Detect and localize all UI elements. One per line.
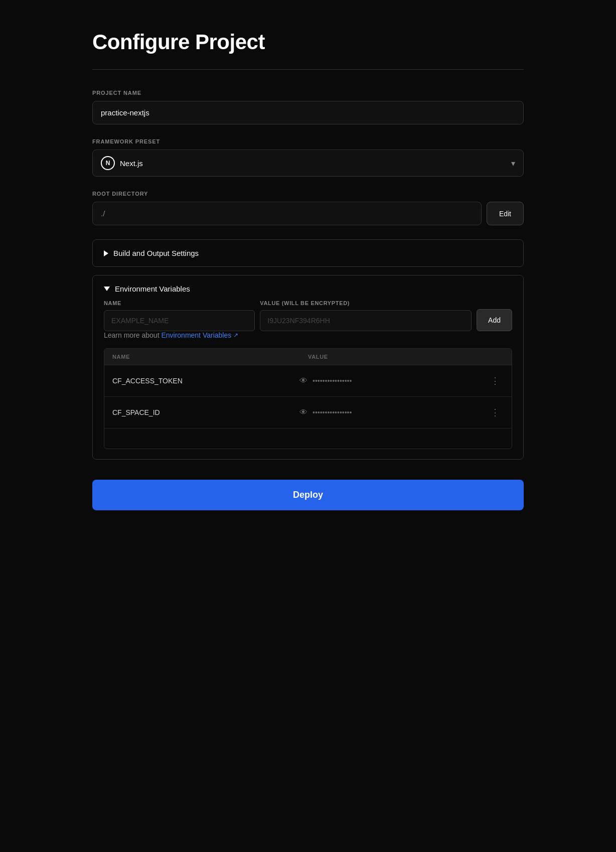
eye-icon[interactable]: 👁 xyxy=(299,408,307,417)
expand-triangle-icon xyxy=(104,287,110,291)
learn-more-text: Learn more about Environment Variables↗ xyxy=(104,331,512,339)
nextjs-icon: N xyxy=(101,156,115,170)
table-row: CF_SPACE_ID 👁 •••••••••••••••• ⋮ xyxy=(104,397,512,429)
chevron-down-icon: ▾ xyxy=(511,159,515,168)
env-name-col-label: NAME xyxy=(104,300,255,306)
build-settings-header[interactable]: Build and Output Settings xyxy=(93,240,523,266)
external-link-icon: ↗ xyxy=(233,332,238,339)
env-value-col-label: VALUE (WILL BE ENCRYPTED) xyxy=(260,300,472,306)
build-settings-label: Build and Output Settings xyxy=(113,249,199,257)
deploy-button[interactable]: Deploy xyxy=(92,480,524,510)
env-name-col: NAME xyxy=(104,300,255,331)
table-row: CF_ACCESS_TOKEN 👁 •••••••••••••••• ⋮ xyxy=(104,365,512,397)
build-settings-section: Build and Output Settings xyxy=(92,239,524,267)
row-menu-button-cf-space-id[interactable]: ⋮ xyxy=(487,405,504,420)
env-variables-content: NAME VALUE (WILL BE ENCRYPTED) Add Learn… xyxy=(93,300,523,454)
env-variables-header[interactable]: Environment Variables xyxy=(93,275,523,300)
framework-name: Next.js xyxy=(120,159,143,168)
env-variables-learn-more-link[interactable]: Environment Variables↗ xyxy=(161,331,238,339)
env-var-name-cf-access-token: CF_ACCESS_TOKEN xyxy=(112,377,299,385)
collapse-triangle-icon xyxy=(104,250,108,256)
root-directory-field: ROOT DIRECTORY Edit xyxy=(92,191,524,225)
env-variables-table: NAME VALUE CF_ACCESS_TOKEN 👁 •••••••••••… xyxy=(104,348,512,449)
env-var-value-cf-access-token: 👁 •••••••••••••••• xyxy=(299,376,487,385)
project-name-field: PROJECT NAME xyxy=(92,90,524,124)
eye-icon[interactable]: 👁 xyxy=(299,376,307,385)
env-variables-label: Environment Variables xyxy=(115,285,190,293)
project-name-label: PROJECT NAME xyxy=(92,90,524,96)
title-divider xyxy=(92,69,524,70)
env-value-input[interactable] xyxy=(260,310,472,331)
env-var-value-cf-space-id: 👁 •••••••••••••••• xyxy=(299,408,487,417)
env-value-col: VALUE (WILL BE ENCRYPTED) xyxy=(260,300,472,331)
root-directory-input[interactable] xyxy=(92,202,482,225)
edit-root-directory-button[interactable]: Edit xyxy=(487,202,524,225)
framework-preset-label: FRAMEWORK PRESET xyxy=(92,138,524,145)
page-title: Configure Project xyxy=(92,30,524,54)
env-input-section: NAME VALUE (WILL BE ENCRYPTED) Add xyxy=(104,300,512,331)
env-table-value-header: VALUE xyxy=(308,354,504,360)
add-env-variable-button[interactable]: Add xyxy=(477,309,512,331)
empty-table-row xyxy=(104,429,512,449)
project-name-input[interactable] xyxy=(92,101,524,124)
env-var-name-cf-space-id: CF_SPACE_ID xyxy=(112,408,299,416)
env-table-header: NAME VALUE xyxy=(104,349,512,365)
framework-select-dropdown[interactable]: N Next.js ▾ xyxy=(92,150,524,177)
env-table-name-header: NAME xyxy=(112,354,308,360)
row-menu-button-cf-access-token[interactable]: ⋮ xyxy=(487,373,504,388)
root-directory-label: ROOT DIRECTORY xyxy=(92,191,524,197)
framework-preset-field: FRAMEWORK PRESET N Next.js ▾ xyxy=(92,138,524,177)
env-variables-section: Environment Variables NAME VALUE (WILL B… xyxy=(92,275,524,460)
env-name-input[interactable] xyxy=(104,310,255,331)
